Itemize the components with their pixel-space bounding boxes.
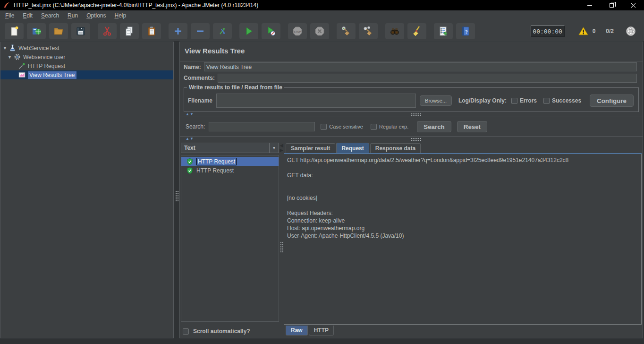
request-text-view[interactable]: GET http://api.openweathermap.org/data/2… [284,154,642,325]
remove-element-button[interactable] [191,23,210,39]
sampler-dropper-icon [18,62,26,70]
cut-button[interactable] [98,23,117,39]
comments-label: Comments: [184,75,215,81]
splitter-collapse-arrows[interactable]: ▲▼ [186,112,194,117]
expand-arrow-icon[interactable]: ▼ [7,55,12,60]
warning-indicator[interactable] [578,26,589,36]
thread-ratio: 0/2 [606,28,614,34]
tab-http[interactable]: HTTP [309,326,334,335]
copy-button[interactable] [120,23,139,39]
result-item-http-request-2[interactable]: HTTP Request [181,166,279,175]
tab-raw[interactable]: Raw [286,326,308,335]
search-button-toolbar[interactable] [385,23,404,39]
regular-exp-checkbox[interactable] [371,124,377,130]
tree-item-view-results-tree[interactable]: View Results Tree [0,70,173,79]
filename-label: Filename [188,97,212,104]
splitter-collapse-arrows[interactable]: ◀▶ [279,143,284,153]
result-item-http-request-1[interactable]: HTTP Request [181,157,279,166]
success-shield-icon [186,158,194,165]
minimize-icon [587,5,592,6]
tree-item-label: HTTP Request [28,63,65,69]
close-icon [631,3,636,8]
splitter-collapse-arrows[interactable]: ▲▼ [186,137,194,141]
add-element-button[interactable] [169,23,187,39]
upper-horizontal-splitter[interactable]: ▲▼ [180,112,643,117]
search-input[interactable] [209,122,315,131]
menu-file[interactable]: File [1,11,18,20]
splitter-grip[interactable] [175,190,178,202]
filename-input[interactable] [216,94,416,108]
paste-button[interactable] [142,23,161,39]
splitter-grip[interactable] [410,113,422,116]
stop-octagon-icon: STOP [292,26,303,37]
lower-horizontal-splitter[interactable]: ▲▼ [180,137,643,141]
save-button[interactable] [71,23,90,39]
results-list-panel: Text ▼ HTTP Request [181,143,279,337]
results-vertical-splitter[interactable]: ◀▶ [279,141,284,338]
shutdown-octagon-icon [314,26,325,37]
tree-item-webservicetest[interactable]: ▼ WebServiceTest [0,43,173,52]
menu-edit[interactable]: Edit [18,11,37,20]
binoculars-icon [389,26,400,37]
function-helper-button[interactable] [434,23,453,39]
comments-input[interactable] [218,74,637,83]
expand-arrow-icon[interactable]: ▼ [2,46,8,51]
search-button[interactable]: Search [417,121,451,132]
tab-request[interactable]: Request [336,143,369,153]
save-icon [75,26,86,37]
close-button[interactable] [622,0,644,10]
scroll-automatically-checkbox[interactable] [183,328,189,335]
browse-button[interactable]: Browse... [420,95,452,106]
minimize-button[interactable] [579,0,601,10]
request-format-tab-bar: Raw HTTP [284,326,335,337]
tree-item-webservice-user[interactable]: ▼ Webservice user [0,52,173,61]
new-file-icon [8,26,20,37]
stop-button[interactable]: STOP [288,23,307,39]
open-file-button[interactable] [49,23,68,39]
results-format-dropdown[interactable]: Text ▼ [181,143,279,153]
help-button[interactable]: ? [456,23,475,39]
function-helper-icon [438,26,449,37]
tree-item-http-request[interactable]: HTTP Request [0,61,173,70]
write-results-groupbox: Write results to file / Read from file F… [184,87,639,112]
configure-button[interactable]: Configure [590,95,634,107]
tab-sampler-result[interactable]: Sampler result [286,143,335,153]
plus-icon [172,26,184,37]
clean-broom-icon [411,26,423,37]
start-button[interactable] [239,23,258,39]
shutdown-button[interactable] [310,23,329,39]
menu-search[interactable]: Search [37,11,63,20]
test-plan-tree: ▼ WebServiceTest ▼ Webservice user [0,42,174,338]
templates-button[interactable] [27,23,46,39]
search-reset-button-toolbar[interactable] [407,23,426,39]
splitter-grip[interactable] [280,241,283,253]
chevron-down-icon[interactable]: ▼ [269,143,279,153]
restore-button[interactable] [601,0,622,10]
window-title: HTTP_test.jmx (C:\JMeter\apache-jmeter-4… [14,2,258,9]
menu-options[interactable]: Options [82,11,110,20]
success-shield-icon [186,167,194,174]
remote-status-indicator [625,26,636,37]
clear-all-broom-gears-icon [363,26,374,37]
clear-button[interactable] [337,23,356,39]
main-vertical-splitter[interactable] [174,42,179,338]
name-label: Name: [184,64,201,70]
clear-all-button[interactable] [359,23,378,39]
start-no-pauses-button[interactable] [262,23,280,39]
new-file-button[interactable] [5,23,24,39]
timer-value: 00:00:00 [533,28,562,35]
scroll-automatically-label: Scroll automatically? [193,328,250,335]
clear-broom-gear-icon [340,26,352,37]
case-sensitive-checkbox[interactable] [321,124,327,130]
reset-button[interactable]: Reset [457,121,487,132]
successes-checkbox[interactable] [543,98,550,104]
help-book-icon: ? [460,26,471,37]
menu-run[interactable]: Run [63,11,82,20]
name-input[interactable] [204,62,637,71]
copy-icon [124,26,135,37]
splitter-grip[interactable] [410,138,422,141]
tab-response-data[interactable]: Response data [370,143,421,153]
errors-checkbox[interactable] [511,98,517,104]
toggle-button[interactable] [213,23,232,39]
menu-help[interactable]: Help [110,11,131,20]
